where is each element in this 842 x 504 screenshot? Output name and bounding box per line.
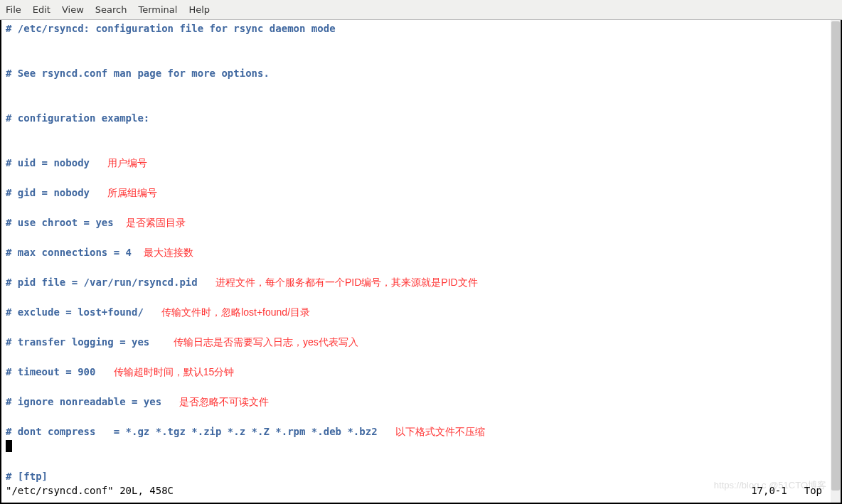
editor-line: # /etc/rsyncd: configuration file for rs… xyxy=(6,21,836,36)
terminal-editor[interactable]: # /etc/rsyncd: configuration file for rs… xyxy=(0,20,842,504)
code-text: # transfer logging = yes xyxy=(6,336,174,348)
editor-line xyxy=(6,81,836,96)
code-text: # use chroot = yes xyxy=(6,217,126,228)
annotation-text: 传输文件时，忽略lost+found/目录 xyxy=(161,306,310,318)
annotation-text: 传输日志是否需要写入日志，yes代表写入 xyxy=(174,336,358,348)
editor-line: # [ftp] xyxy=(6,469,836,484)
menu-view[interactable]: View xyxy=(62,4,84,15)
editor-line xyxy=(6,200,836,215)
code-text: # gid = nobody xyxy=(6,187,107,198)
menu-search[interactable]: Search xyxy=(95,4,127,15)
editor-line xyxy=(6,51,836,66)
editor-line: # timeout = 900 传输超时时间，默认15分钟 xyxy=(6,365,836,380)
editor-line: # max connections = 4 最大连接数 xyxy=(6,245,836,260)
status-file-info: "/etc/rsyncd.conf" 20L, 458C xyxy=(6,483,174,498)
editor-line xyxy=(6,439,836,454)
editor-line xyxy=(6,409,836,424)
editor-line: # configuration example: xyxy=(6,111,836,126)
menu-terminal[interactable]: Terminal xyxy=(138,4,177,15)
editor-line: # uid = nobody 用户编号 xyxy=(6,156,836,171)
editor-line xyxy=(6,380,836,395)
annotation-text: 是否紧固目录 xyxy=(126,217,186,228)
code-text: # See rsyncd.conf man page for more opti… xyxy=(6,68,270,79)
editor-line xyxy=(6,141,836,156)
editor-line: # transfer logging = yes 传输日志是否需要写入日志，ye… xyxy=(6,335,836,350)
editor-line xyxy=(6,96,836,111)
code-text: # timeout = 900 xyxy=(6,366,114,377)
status-position: 17,0-1 xyxy=(751,483,787,498)
editor-line: # pid file = /var/run/rsyncd.pid 进程文件，每个… xyxy=(6,275,836,290)
scrollbar-track[interactable] xyxy=(831,20,841,503)
code-text: # dont compress = *.gz *.tgz *.zip *.z *… xyxy=(6,426,395,437)
cursor xyxy=(6,440,12,452)
code-text: # uid = nobody xyxy=(6,157,107,168)
editor-line xyxy=(6,230,836,245)
annotation-text: 所属组编号 xyxy=(107,187,157,198)
editor-line: # use chroot = yes 是否紧固目录 xyxy=(6,215,836,230)
annotation-text: 传输超时时间，默认15分钟 xyxy=(114,366,235,377)
scrollbar-thumb[interactable] xyxy=(831,21,840,490)
code-text: # [ftp] xyxy=(6,471,48,482)
code-text: # pid file = /var/run/rsyncd.pid xyxy=(6,277,215,288)
editor-line xyxy=(6,290,836,305)
annotation-text: 用户编号 xyxy=(107,157,147,168)
editor-line: # gid = nobody 所属组编号 xyxy=(6,186,836,200)
code-text: # ignore nonreadable = yes xyxy=(6,396,179,407)
editor-line xyxy=(6,320,836,335)
editor-line xyxy=(6,454,836,469)
annotation-text: 以下格式文件不压缩 xyxy=(395,426,485,437)
status-scroll: Top xyxy=(804,483,822,498)
editor-line: # dont compress = *.gz *.tgz *.zip *.z *… xyxy=(6,424,836,439)
menu-file[interactable]: File xyxy=(6,4,21,15)
editor-line xyxy=(6,126,836,141)
editor-line xyxy=(6,350,836,365)
editor-line xyxy=(6,171,836,186)
menu-edit[interactable]: Edit xyxy=(33,4,50,15)
editor-line xyxy=(6,36,836,51)
menu-help[interactable]: Help xyxy=(188,4,210,15)
code-text: # exclude = lost+found/ xyxy=(6,306,161,318)
editor-line: # ignore nonreadable = yes 是否忽略不可读文件 xyxy=(6,395,836,409)
editor-line: # exclude = lost+found/ 传输文件时，忽略lost+fou… xyxy=(6,305,836,320)
editor-line: # See rsyncd.conf man page for more opti… xyxy=(6,66,836,81)
code-text: # max connections = 4 xyxy=(6,247,144,258)
code-text: # configuration example: xyxy=(6,112,149,124)
annotation-text: 进程文件，每个服务都有一个PID编号，其来源就是PID文件 xyxy=(215,277,478,288)
statusbar: "/etc/rsyncd.conf" 20L, 458C 17,0-1 Top xyxy=(6,483,836,498)
annotation-text: 是否忽略不可读文件 xyxy=(179,396,269,407)
editor-line xyxy=(6,260,836,275)
code-text: # /etc/rsyncd: configuration file for rs… xyxy=(6,23,336,34)
menubar: File Edit View Search Terminal Help xyxy=(0,0,842,20)
annotation-text: 最大连接数 xyxy=(144,247,193,258)
